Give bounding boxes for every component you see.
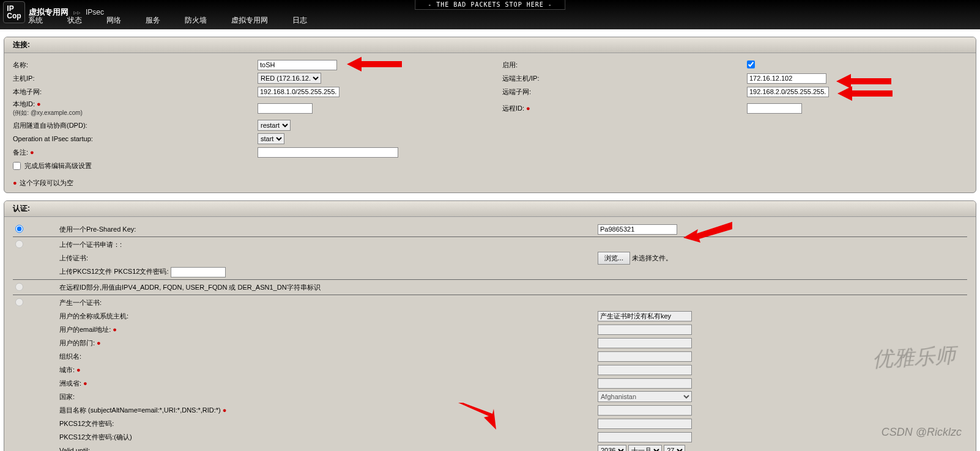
user-dept-input[interactable] [598,338,692,348]
remote-subnet-input[interactable] [747,87,829,97]
pkcs12-pw-confirm-input[interactable] [598,432,692,442]
country-label: 国家: [59,392,598,402]
local-subnet-input[interactable] [258,87,340,97]
nav-services[interactable]: 服务 [146,15,160,26]
required-dot-icon: ● [113,326,117,333]
nav-vpn[interactable]: 虚拟专用网 [231,15,268,26]
org-label: 组织名: [59,352,598,361]
startup-select[interactable]: start [258,133,284,144]
required-dot-icon: ● [526,105,530,112]
connection-panel: 连接: 名称: 启用: 主机IP: RED (172.16.12.101) 远端… [4,37,976,193]
org-input[interactable] [598,351,692,362]
required-dot-icon: ● [97,339,101,346]
nav-system[interactable]: 系统 [28,15,43,26]
san-label: 题目名称 (subjectAltName=email:*,URI:*,DNS:*… [59,406,221,414]
auth-gencert-radio[interactable] [15,298,23,306]
empty-field-hint: 这个字段可以为空 [20,179,73,186]
required-dot-icon: ● [76,366,81,373]
required-dot-icon: ● [37,100,41,108]
required-dot-icon: ● [13,179,17,186]
user-fqdn-input[interactable] [598,311,692,321]
city-input[interactable] [598,365,692,375]
edit-advanced-label: 完成后将编辑高级设置 [24,161,92,170]
remote-id-input[interactable] [747,103,802,114]
remark-input[interactable] [258,147,398,158]
country-select[interactable]: Afghanistan [598,391,692,402]
name-label: 名称: [13,61,258,70]
psk-input[interactable] [598,224,677,235]
app-header: - THE BAD PACKETS STOP HERE - IPCop 虚拟专用… [0,0,980,29]
remote-id-label: 远程ID: [502,105,524,112]
no-file-label: 未选择文件。 [632,254,672,262]
remote-id-note: 在远程ID部分,用值由IPV4_ADDR, FQDN, USER_FQDN 或 … [59,283,598,292]
enabled-label: 启用: [502,61,747,70]
remark-label: 备注: [13,148,28,156]
valid-day-select[interactable]: 27 [664,445,685,451]
local-id-label: 本地ID: [13,100,35,108]
state-label: 洲或省: [59,380,81,387]
local-id-input[interactable] [258,103,313,114]
remote-subnet-label: 远端子网: [502,87,747,97]
nav-firewall[interactable]: 防火墙 [185,15,207,26]
nav-network[interactable]: 网络 [106,15,121,26]
local-subnet-label: 本地子网: [13,87,258,97]
required-dot-icon: ● [30,148,34,156]
nav-logs[interactable]: 日志 [292,15,307,26]
enabled-checkbox[interactable] [747,61,755,68]
pkcs12-pw-label: PKCS12文件密码: [59,419,598,428]
host-ip-select[interactable]: RED (172.16.12.101) [258,73,321,84]
browse-button[interactable]: 浏览... [598,252,630,265]
gen-cert-label: 产生一个证书: [59,298,598,307]
psk-label: 使用一个Pre-Shared Key: [59,225,598,234]
auth-upload-req-radio[interactable] [15,240,23,248]
upload-cert-label: 上传证书: [59,254,598,263]
edit-advanced-checkbox[interactable] [13,162,21,170]
state-input[interactable] [598,378,692,389]
city-label: 城市: [59,366,75,373]
name-input[interactable] [258,60,337,70]
san-input[interactable] [598,405,692,416]
remote-host-label: 远端主机/IP: [502,74,747,83]
tagline: - THE BAD PACKETS STOP HERE - [415,0,565,10]
auth-panel-title: 认证: [4,201,976,217]
valid-year-select[interactable]: 2036 [598,445,626,451]
valid-until-label: Valid until: [59,447,598,451]
auth-remoteid-radio[interactable] [15,283,23,291]
dpd-select[interactable]: restart [258,120,291,131]
valid-month-select[interactable]: 十一月 [628,445,662,451]
auth-panel: 认证: 使用一个Pre-Shared Key: 上传一个证书申请：: 上传证书:… [4,200,976,451]
user-fqdn-label: 用户的全称或系统主机: [59,312,598,321]
logo-icon: IPCop [3,1,25,23]
remote-host-input[interactable] [747,73,826,84]
pkcs12-upload-password-input[interactable] [171,267,226,277]
pkcs12-pw-confirm-label: PKCS12文件密码:(确认) [59,433,598,442]
connection-panel-title: 连接: [4,37,976,53]
auth-psk-radio[interactable] [15,225,23,233]
nav-status[interactable]: 状态 [67,15,82,26]
user-dept-label: 用户的部门: [59,339,95,346]
user-email-input[interactable] [598,324,692,335]
host-ip-label: 主机IP: [13,74,258,83]
dpd-label: 启用隧道自动协商(DPD): [13,121,258,130]
pkcs12-pw-input[interactable] [598,419,692,429]
required-dot-icon: ● [83,380,87,387]
pkcs12-upload-label: 上传PKCS12文件 PKCS12文件密码: [59,268,169,275]
upload-req-label: 上传一个证书申请：: [59,240,598,249]
local-id-example: (例如: @xy.example.com) [13,109,83,116]
main-nav: 系统 状态 网络 服务 防火墙 虚拟专用网 日志 [28,12,307,29]
startup-label: Operation at IPsec startup: [13,135,258,142]
required-dot-icon: ● [223,406,227,414]
user-email-label: 用户的email地址: [59,326,111,333]
